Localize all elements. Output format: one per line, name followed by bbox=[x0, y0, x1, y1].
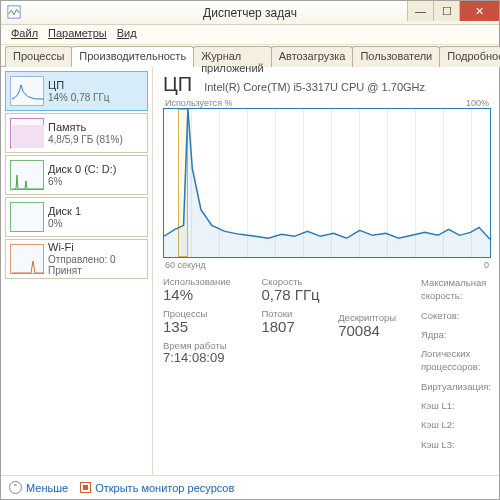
sidebar-wifi-sub: Отправлено: 0 Принят bbox=[48, 254, 143, 277]
memory-thumb-icon bbox=[10, 118, 44, 148]
logical-label: Логических процессоров: bbox=[421, 347, 491, 374]
disk-thumb-icon bbox=[10, 160, 44, 190]
sidebar-item-disk1[interactable]: Диск 10% bbox=[5, 197, 148, 237]
l1-label: Кэш L1: bbox=[421, 399, 455, 412]
uptime-value: 7:14:08:09 bbox=[163, 351, 253, 364]
handles-value: 70084 bbox=[338, 323, 413, 338]
sidebar-wifi-title: Wi-Fi bbox=[48, 241, 143, 254]
sidebar-item-wifi[interactable]: Wi-FiОтправлено: 0 Принят bbox=[5, 239, 148, 279]
chart-label-top-right: 100% bbox=[466, 98, 489, 108]
virt-label: Виртуализация: bbox=[421, 380, 491, 393]
close-button[interactable]: ✕ bbox=[459, 1, 499, 21]
tab-details[interactable]: Подробности bbox=[439, 46, 500, 67]
chart-label-bottom-left: 60 секунд bbox=[165, 260, 206, 270]
svg-rect-1 bbox=[12, 125, 44, 148]
sidebar: ЦП14% 0,78 ГГц Память4,8/5,9 ГБ (81%) Ди… bbox=[1, 67, 153, 475]
tab-apphistory[interactable]: Журнал приложений bbox=[193, 46, 272, 67]
sidebar-disk0-sub: 6% bbox=[48, 176, 117, 188]
chart-label-top-left: Используется % bbox=[165, 98, 233, 108]
maximize-button[interactable]: ☐ bbox=[433, 1, 459, 21]
sidebar-item-cpu[interactable]: ЦП14% 0,78 ГГц bbox=[5, 71, 148, 111]
tab-strip: Процессы Производительность Журнал прило… bbox=[1, 45, 499, 67]
sidebar-mem-sub: 4,8/5,9 ГБ (81%) bbox=[48, 134, 123, 146]
sidebar-disk0-title: Диск 0 (C: D:) bbox=[48, 163, 117, 176]
menu-view[interactable]: Вид bbox=[113, 27, 141, 42]
tab-processes[interactable]: Процессы bbox=[5, 46, 72, 67]
menubar: Файл Параметры Вид bbox=[1, 25, 499, 45]
titlebar: Диспетчер задач — ☐ ✕ bbox=[1, 1, 499, 25]
footer: ˄ Меньше Открыть монитор ресурсов bbox=[1, 475, 499, 499]
sidebar-mem-title: Память bbox=[48, 121, 123, 134]
sidebar-cpu-title: ЦП bbox=[48, 79, 110, 92]
sidebar-disk1-sub: 0% bbox=[48, 218, 81, 230]
tab-performance[interactable]: Производительность bbox=[71, 46, 194, 67]
usage-value: 14% bbox=[163, 287, 253, 302]
app-icon bbox=[7, 5, 21, 19]
l3-label: Кэш L3: bbox=[421, 438, 455, 451]
cores-label: Ядра: bbox=[421, 328, 447, 341]
maxspeed-label: Максимальная скорость: bbox=[421, 276, 491, 303]
cpu-thumb-icon bbox=[10, 76, 44, 106]
l2-label: Кэш L2: bbox=[421, 418, 455, 431]
tab-startup[interactable]: Автозагрузка bbox=[271, 46, 354, 67]
chevron-up-icon: ˄ bbox=[9, 481, 22, 494]
wifi-thumb-icon bbox=[10, 244, 44, 274]
cpu-usage-chart bbox=[163, 108, 491, 258]
speed-value: 0,78 ГГц bbox=[261, 287, 330, 302]
fewer-details-button[interactable]: ˄ Меньше bbox=[9, 481, 68, 494]
menu-options[interactable]: Параметры bbox=[44, 27, 111, 42]
sidebar-item-disk0[interactable]: Диск 0 (C: D:)6% bbox=[5, 155, 148, 195]
open-resmon-link[interactable]: Открыть монитор ресурсов bbox=[80, 482, 234, 494]
threads-value: 1807 bbox=[261, 319, 330, 334]
tab-users[interactable]: Пользователи bbox=[352, 46, 440, 67]
chart-label-bottom-right: 0 bbox=[484, 260, 489, 270]
sockets-label: Сокетов: bbox=[421, 309, 460, 322]
main-panel: ЦП Intel(R) Core(TM) i5-3317U CPU @ 1.70… bbox=[153, 67, 499, 475]
sidebar-cpu-sub: 14% 0,78 ГГц bbox=[48, 92, 110, 104]
disk-thumb-icon bbox=[10, 202, 44, 232]
page-title: ЦП bbox=[163, 73, 192, 96]
sidebar-item-memory[interactable]: Память4,8/5,9 ГБ (81%) bbox=[5, 113, 148, 153]
window-title: Диспетчер задач bbox=[203, 6, 297, 20]
processes-value: 135 bbox=[163, 319, 253, 334]
cpu-model: Intel(R) Core(TM) i5-3317U CPU @ 1.70GHz bbox=[204, 81, 425, 93]
sidebar-disk1-title: Диск 1 bbox=[48, 205, 81, 218]
resmon-icon bbox=[80, 482, 91, 493]
menu-file[interactable]: Файл bbox=[7, 27, 42, 42]
minimize-button[interactable]: — bbox=[407, 1, 433, 21]
